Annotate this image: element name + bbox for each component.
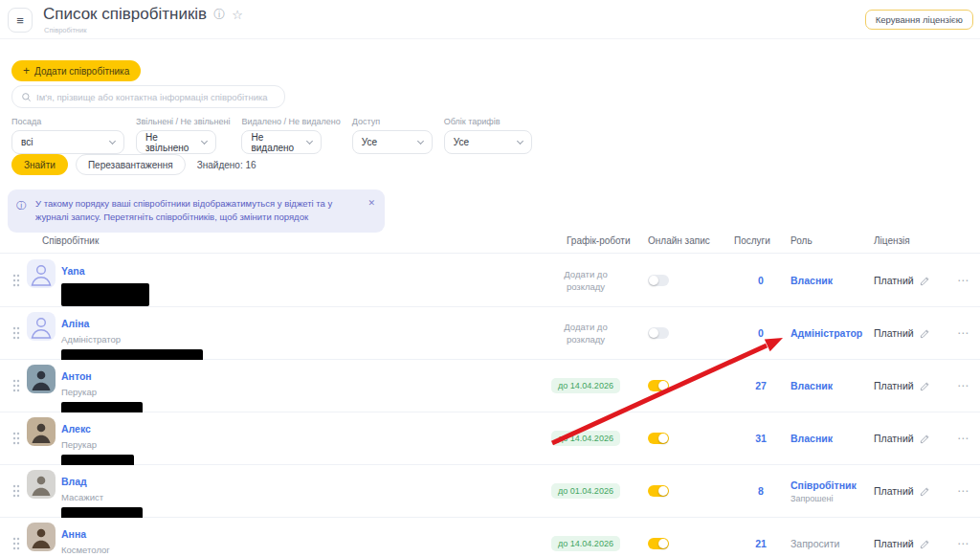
online-booking-toggle[interactable]: [648, 380, 669, 391]
schedule-badge: до 14.04.2026: [551, 536, 620, 551]
edit-license-icon[interactable]: [920, 328, 930, 339]
online-booking-toggle[interactable]: [648, 327, 669, 339]
more-icon[interactable]: ⋯: [957, 465, 969, 517]
role-subtext: Запрошені: [791, 494, 834, 503]
employee-name-link[interactable]: Анна: [61, 528, 86, 540]
column-schedule: Графік-роботи: [567, 235, 631, 246]
more-icon[interactable]: ⋯: [957, 518, 969, 557]
role-link[interactable]: Запросити: [791, 538, 839, 549]
edit-license-icon[interactable]: [920, 276, 930, 286]
toggle-knob: [649, 276, 658, 285]
deleted-select[interactable]: Не видалено: [241, 130, 322, 154]
search-input[interactable]: [36, 92, 276, 102]
table-row: Анна Косметолог до 14.04.2026 21 Запроси…: [0, 518, 980, 557]
filter-tariffs: Облік тарифів Усе: [444, 117, 532, 154]
tariffs-select[interactable]: Усе: [444, 130, 532, 154]
table-row: Влад Масажист до 01.04.2026 8 Співробітн…: [0, 465, 980, 518]
role-link[interactable]: Власник: [791, 275, 833, 286]
role-link[interactable]: Адміністратор: [791, 327, 862, 339]
employee-name-link[interactable]: Влад: [61, 476, 87, 487]
more-icon[interactable]: ⋯: [957, 307, 969, 359]
employee-position: Косметолог: [61, 545, 110, 555]
license-label: Платний: [874, 275, 914, 286]
add-employee-button[interactable]: + Додати співробітника: [11, 60, 141, 81]
more-icon[interactable]: ⋯: [957, 412, 969, 464]
more-icon[interactable]: ⋯: [957, 255, 969, 306]
dismissed-select[interactable]: Не звільнено: [136, 130, 216, 154]
plus-icon: +: [23, 64, 30, 78]
avatar: [27, 470, 56, 499]
position-select[interactable]: всі: [11, 130, 124, 154]
column-services: Послуги: [734, 235, 770, 246]
table-header: Співробітник Графік-роботи Онлайн запис …: [0, 230, 980, 254]
drag-handle-icon[interactable]: [12, 379, 20, 393]
avatar: [27, 523, 56, 551]
services-count-link[interactable]: 0: [758, 275, 764, 286]
access-select[interactable]: Усе: [352, 130, 433, 154]
role-link[interactable]: Співробітник: [791, 479, 857, 491]
chevron-down-icon: [517, 137, 523, 144]
schedule-badge: до 14.04.2026: [551, 431, 620, 446]
info-icon[interactable]: ⓘ: [213, 7, 225, 23]
find-button[interactable]: Знайти: [11, 154, 68, 175]
online-booking-toggle[interactable]: [648, 275, 669, 286]
employee-name-link[interactable]: Аліна: [61, 318, 89, 329]
services-count-link[interactable]: 8: [758, 485, 764, 497]
page-subtitle: Співробітник: [44, 26, 86, 34]
edit-license-icon[interactable]: [920, 539, 930, 549]
license-label: Платний: [874, 538, 914, 549]
chevron-down-icon: [306, 137, 313, 144]
add-to-schedule-link[interactable]: Додати до розкладу: [553, 321, 618, 346]
actions-row: Знайти Перезавантаження Знайдено: 16: [11, 154, 256, 175]
services-count-link[interactable]: 27: [755, 380, 767, 391]
add-to-schedule-link[interactable]: Додати до розкладу: [553, 268, 618, 294]
employee-position: Адміністратор: [61, 334, 203, 345]
banner-info-icon: ⓘ: [16, 198, 26, 212]
banner-close-icon[interactable]: ✕: [368, 197, 375, 211]
services-count-link[interactable]: 31: [755, 433, 767, 444]
role-link[interactable]: Власник: [791, 433, 833, 444]
more-icon[interactable]: ⋯: [957, 360, 969, 412]
employee-name-link[interactable]: Антон: [61, 370, 92, 382]
online-booking-toggle[interactable]: [648, 538, 669, 549]
employee-name-link[interactable]: Алекс: [61, 423, 91, 434]
drag-handle-icon[interactable]: [12, 326, 20, 341]
filter-access: Доступ Усе: [352, 117, 433, 154]
edit-license-icon[interactable]: [920, 434, 930, 444]
top-bar: ≡ Список співробітників ⓘ ☆ Співробітник…: [0, 0, 980, 39]
drag-handle-icon[interactable]: [12, 537, 20, 551]
found-count-label: Знайдено: 16: [197, 160, 256, 170]
avatar: [27, 417, 56, 446]
toggle-knob: [658, 539, 668, 548]
column-role: Роль: [791, 235, 813, 246]
search-box[interactable]: [11, 85, 285, 108]
filters-row: Посада всі Звільнені / Не звільнені Не з…: [11, 117, 532, 154]
online-booking-toggle[interactable]: [648, 433, 669, 444]
edit-license-icon[interactable]: [920, 381, 930, 391]
hamburger-icon: ≡: [16, 13, 24, 28]
chevron-down-icon: [109, 137, 116, 144]
employee-name-link[interactable]: Yana: [61, 265, 85, 277]
reload-button[interactable]: Перезавантаження: [76, 154, 186, 175]
license-label: Платний: [874, 485, 914, 497]
table-row: Yana Додати до розкладу 0 Власник Платни…: [0, 255, 980, 307]
column-employee: Співробітник: [42, 235, 99, 246]
license-label: Платний: [874, 327, 914, 339]
star-favorite-icon[interactable]: ☆: [232, 8, 243, 22]
role-link[interactable]: Власник: [791, 380, 833, 391]
edit-license-icon[interactable]: [920, 486, 930, 497]
chevron-down-icon: [201, 137, 208, 144]
services-count-link[interactable]: 21: [755, 538, 767, 549]
manage-license-button[interactable]: Керування ліцензією: [865, 10, 973, 30]
page-title: Список співробітників: [43, 5, 207, 24]
services-count-link[interactable]: 0: [758, 327, 764, 339]
drag-handle-icon[interactable]: [12, 432, 20, 446]
hamburger-menu-button[interactable]: ≡: [8, 8, 33, 33]
drag-handle-icon[interactable]: [12, 484, 20, 499]
table-row: Аліна Адміністратор Додати до розкладу 0…: [0, 307, 980, 360]
license-label: Платний: [874, 380, 914, 391]
drag-handle-icon[interactable]: [12, 274, 20, 288]
online-booking-toggle[interactable]: [648, 485, 669, 497]
column-online-booking: Онлайн запис: [648, 235, 710, 246]
filter-dismissed: Звільнені / Не звільнені Не звільнено: [136, 117, 230, 154]
